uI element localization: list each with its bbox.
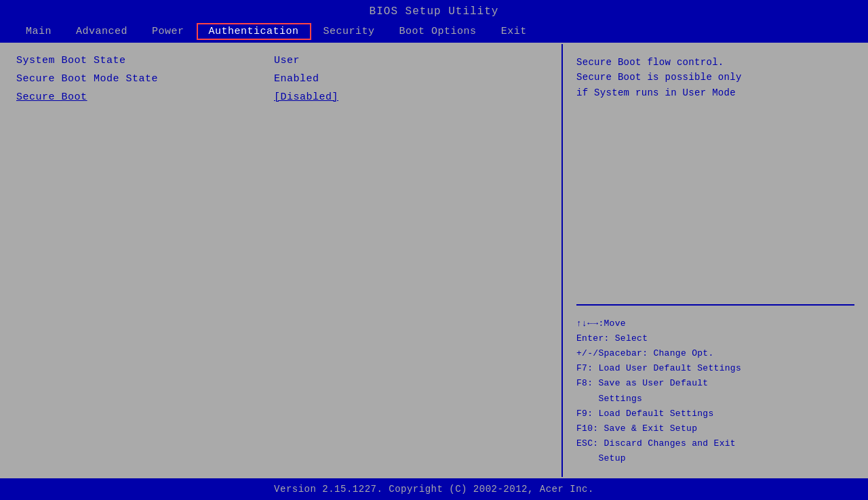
title-text: BIOS Setup Utility (370, 5, 499, 18)
setting-row-system-boot-state: System Boot State User (16, 55, 545, 66)
menu-item-exit[interactable]: Exit (489, 23, 539, 40)
right-panel: Secure Boot flow control. Secure Boot is… (563, 44, 868, 477)
menu-item-power[interactable]: Power (140, 23, 197, 40)
setting-value-secure-boot-mode: Enabled (274, 73, 319, 85)
menu-item-security[interactable]: Security (311, 23, 387, 40)
setting-label-secure-boot-mode: Secure Boot Mode State (16, 73, 274, 85)
menu-item-main[interactable]: Main (14, 23, 64, 40)
left-panel: System Boot State User Secure Boot Mode … (0, 44, 563, 477)
keys-help: ↑↓←→:Move Enter: Select +/-/Spacebar: Ch… (576, 316, 854, 466)
menu-item-authentication[interactable]: Authentication (197, 23, 311, 40)
divider (576, 304, 854, 306)
setting-row-secure-boot-mode: Secure Boot Mode State Enabled (16, 73, 545, 85)
setting-label-system-boot-state: System Boot State (16, 55, 274, 66)
setting-value-system-boot-state: User (274, 55, 300, 66)
menu-item-advanced[interactable]: Advanced (64, 23, 140, 40)
footer: Version 2.15.1227. Copyright (C) 2002-20… (0, 477, 868, 500)
setting-row-secure-boot[interactable]: Secure Boot [Disabled] (16, 91, 545, 103)
setting-value-secure-boot: [Disabled] (274, 91, 338, 103)
bios-title: BIOS Setup Utility (0, 0, 868, 20)
help-text: Secure Boot flow control. Secure Boot is… (576, 55, 854, 293)
content-area: System Boot State User Secure Boot Mode … (0, 44, 868, 477)
bios-screen: BIOS Setup Utility Main Advanced Power A… (0, 0, 868, 500)
setting-label-secure-boot: Secure Boot (16, 91, 274, 103)
menu-bar: Main Advanced Power Authentication Secur… (0, 20, 868, 44)
menu-item-boot-options[interactable]: Boot Options (387, 23, 489, 40)
footer-text: Version 2.15.1227. Copyright (C) 2002-20… (274, 484, 594, 495)
